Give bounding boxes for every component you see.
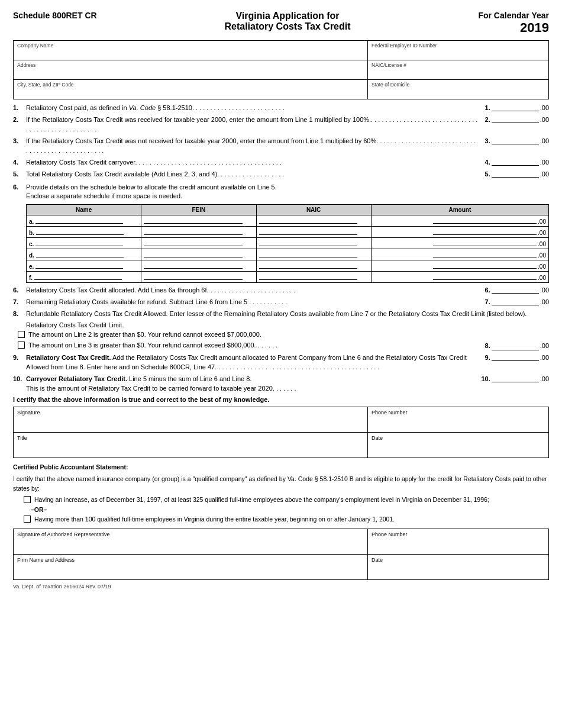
line-10-result: 10. .00 bbox=[478, 375, 549, 382]
line-5-result: 5. .00 bbox=[478, 170, 549, 178]
line-3-result: 3. .00 bbox=[478, 137, 549, 144]
table-cell-fein-4[interactable] bbox=[141, 260, 256, 271]
cpa-checkbox-1[interactable]: Having an increase, as of December 31, 1… bbox=[24, 495, 549, 504]
table-cell-naic-4[interactable] bbox=[256, 260, 371, 271]
federal-employer-value[interactable] bbox=[372, 49, 545, 58]
line-1-result-num: 1. bbox=[485, 104, 490, 111]
cpa-section: Certified Public Accountant Statement: I… bbox=[13, 463, 549, 524]
line-5-input[interactable] bbox=[492, 170, 539, 178]
line-10-cents: .00 bbox=[540, 375, 549, 382]
auth-date-input[interactable] bbox=[372, 563, 545, 577]
auth-phone-input[interactable] bbox=[372, 537, 545, 552]
line-10-input[interactable] bbox=[492, 375, 539, 382]
signature-input[interactable] bbox=[17, 415, 364, 430]
line-3-num: 3. bbox=[13, 137, 26, 144]
col-header-amount: Amount bbox=[371, 204, 548, 215]
line-7-input[interactable] bbox=[492, 298, 539, 305]
auth-sig-input[interactable] bbox=[17, 537, 364, 552]
date-input[interactable] bbox=[372, 441, 545, 455]
title-input[interactable] bbox=[17, 441, 364, 455]
line-3: 3. If the Retaliatory Costs Tax Credit w… bbox=[13, 136, 549, 156]
line-8-checkbox-2[interactable]: The amount on Line 3 is greater than $0.… bbox=[18, 341, 549, 350]
table-cell-amount-0[interactable]: .00 bbox=[371, 215, 548, 226]
table-cell-amount-5[interactable]: .00 bbox=[371, 271, 548, 282]
line-1-input[interactable] bbox=[492, 104, 539, 111]
table-cell-name-0[interactable]: a. bbox=[27, 215, 141, 226]
cpa-checkbox-1-text: Having an increase, as of December 31, 1… bbox=[34, 495, 489, 504]
table-cell-name-5[interactable]: f. bbox=[27, 271, 141, 282]
line-8-input[interactable] bbox=[492, 341, 539, 350]
line-6b-result: 6. .00 bbox=[478, 286, 549, 294]
table-cell-fein-2[interactable] bbox=[141, 237, 256, 249]
table-cell-naic-1[interactable] bbox=[256, 226, 371, 237]
line-6b-input[interactable] bbox=[492, 286, 539, 294]
table-cell-naic-2[interactable] bbox=[256, 237, 371, 249]
title-line1: Virginia Application for bbox=[97, 11, 479, 21]
line-3-input[interactable] bbox=[492, 137, 539, 144]
certify-text: I certify that the above information is … bbox=[13, 396, 269, 403]
line-7-text: Remaining Retaliatory Costs available fo… bbox=[26, 298, 478, 307]
schedule-name: Schedule 800RET CR bbox=[13, 11, 97, 20]
auth-rep-section: Signature of Authorized Representative P… bbox=[13, 529, 549, 580]
row-letter-2: c. bbox=[29, 241, 34, 247]
line-2-input[interactable] bbox=[492, 115, 539, 123]
cpa-checkbox-1-box[interactable] bbox=[24, 496, 31, 503]
table-cell-name-3[interactable]: d. bbox=[27, 249, 141, 260]
line-8-num: 8. bbox=[13, 310, 26, 317]
line-1-text: Retaliatory Cost paid, as defined in Va.… bbox=[26, 104, 478, 112]
line-8-cents: .00 bbox=[540, 342, 549, 350]
city-value[interactable] bbox=[17, 88, 364, 97]
line-2-cents: .00 bbox=[540, 116, 549, 123]
line-6b-result-num: 6. bbox=[485, 286, 490, 294]
title-label: Title bbox=[17, 435, 364, 441]
line-7-result: 7. .00 bbox=[478, 298, 549, 305]
naic-label: NAIC/License # bbox=[372, 62, 545, 68]
table-cell-amount-2[interactable]: .00 bbox=[371, 237, 548, 249]
line-9-cents: .00 bbox=[540, 354, 549, 361]
row-letter-1: b. bbox=[29, 230, 34, 236]
auth-row-2: Firm Name and Address Date bbox=[14, 555, 548, 579]
line-8-checkbox-1[interactable]: The amount on Line 2 is greater than $0.… bbox=[18, 330, 549, 339]
city-label: City, State, and ZIP Code bbox=[17, 82, 364, 88]
firm-input[interactable] bbox=[17, 563, 364, 577]
table-cell-naic-5[interactable] bbox=[256, 271, 371, 282]
cpa-checkbox-2[interactable]: Having more than 100 qualified full-time… bbox=[24, 515, 549, 524]
line-1-result: 1. .00 bbox=[478, 104, 549, 111]
date-cell: Date bbox=[368, 433, 548, 458]
line-10-result-num: 10. bbox=[481, 375, 490, 382]
cpa-checkbox-2-box[interactable] bbox=[24, 516, 31, 523]
checkbox-1-box[interactable] bbox=[18, 331, 25, 338]
table-cell-name-4[interactable]: e. bbox=[27, 260, 141, 271]
company-name-value[interactable] bbox=[17, 49, 364, 58]
table-cell-fein-1[interactable] bbox=[141, 226, 256, 237]
line-9-result: 9. .00 bbox=[478, 353, 549, 361]
table-cell-amount-3[interactable]: .00 bbox=[371, 249, 548, 260]
firm-cell: Firm Name and Address bbox=[14, 555, 368, 579]
checkbox-1-text: The amount on Line 2 is greater than $0.… bbox=[28, 330, 261, 339]
table-cell-fein-3[interactable] bbox=[141, 249, 256, 260]
table-cell-fein-0[interactable] bbox=[141, 215, 256, 226]
sig-row-1: Signature Phone Number bbox=[14, 407, 548, 433]
federal-employer-label: Federal Employer ID Number bbox=[372, 43, 545, 49]
checkbox-2-box[interactable] bbox=[18, 342, 25, 349]
naic-value[interactable] bbox=[372, 68, 545, 78]
table-cell-naic-3[interactable] bbox=[256, 249, 371, 260]
domicile-value[interactable] bbox=[372, 88, 545, 97]
table-cell-amount-4[interactable]: .00 bbox=[371, 260, 548, 271]
line-7-num: 7. bbox=[13, 298, 26, 305]
table-cell-fein-5[interactable] bbox=[141, 271, 256, 282]
address-value[interactable] bbox=[17, 68, 364, 78]
year-block: For Calendar Year 2019 bbox=[478, 11, 549, 36]
sig-row-2: Title Date bbox=[14, 433, 548, 458]
line-4-input[interactable] bbox=[492, 158, 539, 166]
table-cell-naic-0[interactable] bbox=[256, 215, 371, 226]
table-cell-name-2[interactable]: c. bbox=[27, 237, 141, 249]
line-2-text: If the Retaliatory Costs Tax Credit was … bbox=[26, 115, 478, 134]
phone-input[interactable] bbox=[372, 415, 545, 430]
table-cell-amount-1[interactable]: .00 bbox=[371, 226, 548, 237]
line-3-text: If the Retaliatory Costs Tax Credit was … bbox=[26, 137, 478, 155]
auth-phone-cell: Phone Number bbox=[368, 529, 548, 554]
table-cell-name-1[interactable]: b. bbox=[27, 226, 141, 237]
city-cell: City, State, and ZIP Code bbox=[14, 80, 368, 99]
line-9-input[interactable] bbox=[492, 353, 539, 361]
